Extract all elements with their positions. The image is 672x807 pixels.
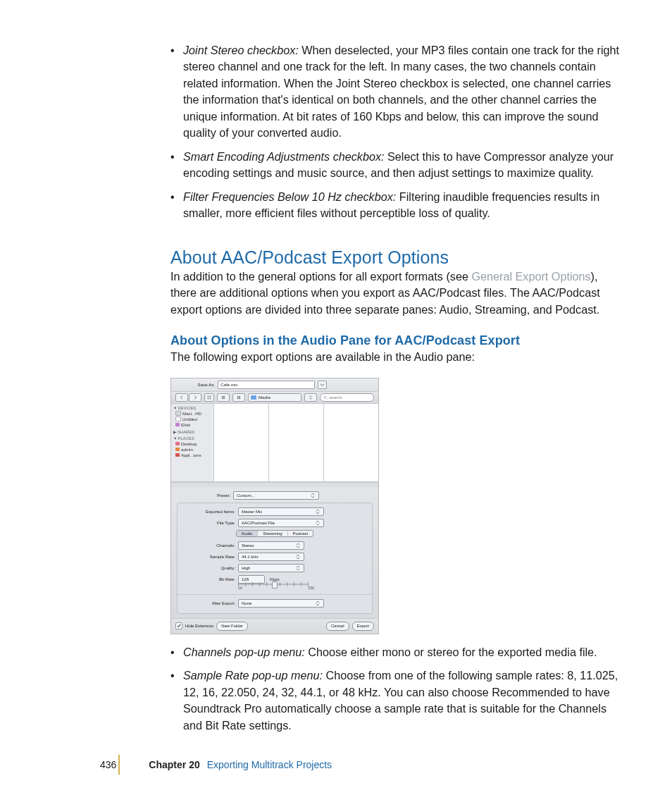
exported-items-popup[interactable]: Master Mix bbox=[238, 507, 324, 516]
chapter-title: Exporting Multitrack Projects bbox=[207, 759, 332, 770]
preset-popup[interactable]: Custom... bbox=[233, 491, 319, 500]
bit-rate-label: Bit Rate: bbox=[182, 577, 235, 581]
sidebar-item-admin[interactable]: admin bbox=[173, 447, 212, 452]
svg-rect-0 bbox=[208, 396, 209, 398]
column-view-button[interactable] bbox=[232, 393, 245, 402]
bullet-title: Smart Encoding Adjustments checkbox: bbox=[183, 150, 385, 163]
chevron-down-icon bbox=[320, 383, 325, 387]
sample-rate-label: Sample Rate: bbox=[182, 555, 235, 559]
browser-column[interactable] bbox=[324, 404, 378, 481]
bullet-smart-encoding: Smart Encoding Adjustments checkbox: Sel… bbox=[183, 149, 624, 182]
desktop-icon bbox=[175, 442, 180, 445]
tab-podcast[interactable]: Podcast bbox=[288, 531, 313, 536]
bullet-filter-freq: Filter Frequencies Below 10 Hz checkbox:… bbox=[183, 189, 624, 222]
sidebar: ▼DEVICES Maci...HD Untitled iDisk ▶SHARE… bbox=[171, 404, 214, 481]
chevron-right-icon bbox=[193, 395, 197, 400]
folder-icon bbox=[251, 395, 256, 400]
view-mode-button[interactable] bbox=[204, 393, 214, 402]
preset-label: Preset: bbox=[177, 493, 230, 498]
chevron-left-icon bbox=[180, 395, 184, 400]
section-paragraph: In addition to the general options for a… bbox=[170, 269, 624, 318]
check-icon bbox=[177, 624, 181, 628]
save-as-label: Save As: bbox=[175, 382, 215, 387]
search-field[interactable]: search bbox=[320, 393, 374, 402]
pane-tabs: Audio Streaming Podcast bbox=[236, 530, 313, 537]
file-type-popup[interactable]: AAC/Podcast File bbox=[238, 519, 324, 527]
sidebar-item-untitled[interactable]: Untitled bbox=[173, 417, 212, 422]
after-export-label: After Export: bbox=[182, 601, 235, 605]
bullet-channels-popup: Channels pop-up menu: Choose either mono… bbox=[183, 644, 624, 660]
idisk-icon bbox=[175, 423, 180, 426]
path-disclosure[interactable] bbox=[304, 393, 317, 402]
top-bullets: Joint Stereo checkbox: When deselected, … bbox=[118, 42, 624, 222]
section-heading: About AAC/Podcast Export Options bbox=[170, 247, 624, 268]
slider-max-label: 256 bbox=[308, 586, 314, 590]
disk-icon bbox=[175, 417, 181, 421]
quality-label: Quality: bbox=[182, 566, 235, 570]
channels-label: Channels: bbox=[182, 543, 235, 548]
nav-back-button[interactable] bbox=[175, 393, 188, 402]
sidebar-item-mac-hd[interactable]: Maci...HD bbox=[173, 411, 212, 417]
sidebar-shared-head: SHARED bbox=[178, 430, 195, 434]
tab-streaming[interactable]: Streaming bbox=[258, 531, 287, 536]
sidebar-devices-head: DEVICES bbox=[178, 406, 197, 410]
new-folder-button[interactable]: New Folder bbox=[216, 622, 248, 631]
list-view-button[interactable] bbox=[217, 393, 230, 402]
sample-rate-popup[interactable]: 44.1 kHz bbox=[238, 553, 304, 561]
applications-icon bbox=[175, 453, 180, 457]
sidebar-item-idisk[interactable]: iDisk bbox=[173, 422, 212, 428]
bullet-body: When deselected, your MP3 files contain … bbox=[183, 44, 619, 139]
search-icon bbox=[323, 395, 328, 400]
export-button[interactable]: Export bbox=[352, 622, 374, 631]
bullet-title: Channels pop-up menu: bbox=[183, 646, 305, 658]
list-icon bbox=[221, 395, 225, 400]
disclosure-button[interactable] bbox=[318, 381, 327, 389]
columns-icon bbox=[237, 395, 241, 400]
tab-audio[interactable]: Audio bbox=[237, 531, 258, 536]
slider-thumb-icon bbox=[272, 581, 278, 589]
sidebar-item-desktop[interactable]: Desktop bbox=[173, 441, 212, 447]
page-number: 436 bbox=[100, 759, 116, 770]
bullet-title: Sample Rate pop-up menu: bbox=[183, 669, 323, 682]
sub-heading: About Options in the Audio Pane for AAC/… bbox=[170, 333, 624, 348]
sidebar-places-head: PLACES bbox=[178, 436, 194, 441]
browser-column[interactable] bbox=[269, 404, 324, 481]
bottom-bullets: Channels pop-up menu: Choose either mono… bbox=[118, 644, 624, 734]
sub-paragraph: The following export options are availab… bbox=[170, 349, 624, 365]
after-export-popup[interactable]: None bbox=[238, 599, 324, 608]
home-icon bbox=[175, 448, 180, 451]
quality-popup[interactable]: High bbox=[238, 564, 304, 572]
hide-extension-label: Hide Extension bbox=[185, 624, 213, 628]
page-footer: 436 Chapter 20 Exporting Multitrack Proj… bbox=[0, 759, 672, 770]
svg-rect-1 bbox=[210, 396, 211, 398]
svg-rect-2 bbox=[208, 398, 209, 400]
export-dialog: Save As: Cafe mix Media search bbox=[170, 378, 379, 634]
bit-rate-unit: Kbps bbox=[270, 577, 280, 581]
para-pre: In addition to the general options for a… bbox=[170, 270, 471, 283]
bullet-title: Filter Frequencies Below 10 Hz checkbox: bbox=[183, 190, 396, 203]
bullet-title: Joint Stereo checkbox: bbox=[183, 44, 299, 56]
bullet-sample-rate-popup: Sample Rate pop-up menu: Choose from one… bbox=[183, 667, 624, 734]
svg-rect-3 bbox=[210, 398, 211, 400]
path-label: Media bbox=[259, 395, 270, 400]
chapter-label: Chapter 20 bbox=[149, 759, 199, 770]
exported-items-label: Exported Items: bbox=[182, 510, 235, 514]
nav-forward-button[interactable] bbox=[189, 393, 201, 402]
link-general-export-options[interactable]: General Export Options bbox=[471, 270, 590, 283]
save-as-field[interactable]: Cafe mix bbox=[218, 381, 315, 389]
bullet-body: Choose either mono or stereo for the exp… bbox=[308, 646, 597, 658]
save-as-row: Save As: Cafe mix bbox=[171, 378, 378, 392]
search-placeholder: search bbox=[329, 395, 342, 400]
browser-column[interactable] bbox=[214, 404, 269, 481]
bullet-joint-stereo: Joint Stereo checkbox: When deselected, … bbox=[183, 42, 624, 142]
cancel-button[interactable]: Cancel bbox=[326, 622, 349, 631]
bit-rate-slider[interactable] bbox=[238, 584, 309, 585]
hard-drive-icon bbox=[175, 411, 181, 416]
path-popup[interactable]: Media bbox=[248, 393, 301, 402]
sidebar-item-applications[interactable]: Appl...ions bbox=[173, 452, 212, 458]
file-type-label: File Type: bbox=[182, 521, 235, 525]
file-browser: ▼DEVICES Maci...HD Untitled iDisk ▶SHARE… bbox=[171, 404, 378, 482]
browser-toolbar: Media search bbox=[171, 392, 378, 404]
channels-popup[interactable]: Stereo bbox=[238, 541, 304, 550]
hide-extension-checkbox[interactable] bbox=[175, 622, 182, 629]
